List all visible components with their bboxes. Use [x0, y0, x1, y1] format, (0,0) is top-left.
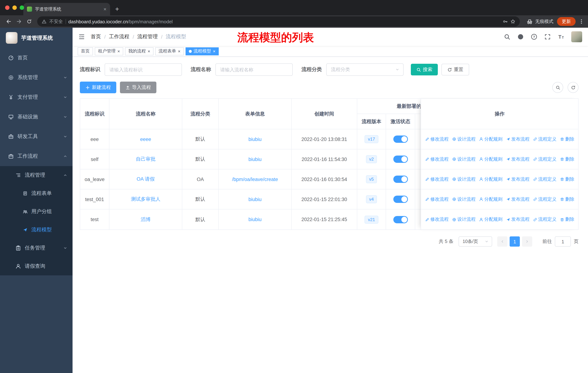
sidebar-item-infrastructure[interactable]: 基础设施 [0, 107, 73, 127]
form-link[interactable]: /bpm/oa/leave/create [232, 176, 278, 182]
close-icon[interactable]: × [178, 49, 180, 53]
address-bar[interactable]: 不安全 dashboard.yudao.iocoder.cn/bpm/manag… [37, 16, 520, 27]
browser-update-button[interactable]: 更新 [557, 17, 576, 26]
sidebar-item-workflow[interactable]: 工作流程 [0, 146, 73, 166]
action-publish-model[interactable]: 发布流程 [506, 156, 529, 162]
action-delete-model[interactable]: 删除 [560, 176, 574, 182]
tag-tenant[interactable]: 租户管理× [95, 47, 123, 55]
action-edit-model[interactable]: 修改流程 [425, 136, 449, 142]
action-assign-rule[interactable]: 分配规则 [479, 176, 503, 182]
prev-page-button[interactable] [497, 236, 507, 247]
action-process-definition[interactable]: 流程定义 [533, 196, 556, 202]
action-delete-model[interactable]: 删除 [560, 136, 574, 142]
sidebar-item-task-management[interactable]: 任务管理 [0, 239, 73, 257]
forward-button[interactable] [14, 16, 24, 27]
form-link[interactable]: biubiu [248, 217, 262, 222]
tag-home[interactable]: 首页 [78, 47, 93, 55]
goto-page-input[interactable] [555, 236, 571, 247]
active-toggle[interactable] [393, 156, 408, 163]
breadcrumb-workflow[interactable]: 工作流程 [109, 33, 129, 40]
close-icon[interactable]: × [148, 49, 150, 53]
action-design-model[interactable]: 设计流程 [452, 216, 475, 222]
action-design-model[interactable]: 设计流程 [452, 176, 475, 182]
back-button[interactable] [4, 16, 14, 27]
action-design-model[interactable]: 设计流程 [452, 136, 475, 142]
new-tab-button[interactable]: + [115, 6, 119, 12]
model-name-link[interactable]: 自己审批 [136, 156, 156, 162]
font-size-button[interactable] [558, 33, 564, 40]
action-design-model[interactable]: 设计流程 [452, 156, 475, 162]
action-process-definition[interactable]: 流程定义 [533, 136, 556, 142]
model-name-link[interactable]: 滔博 [141, 216, 151, 223]
model-name-link[interactable]: OA 请假 [136, 176, 155, 182]
sidebar-item-process-management[interactable]: 流程管理 [0, 166, 73, 184]
active-toggle[interactable] [393, 135, 408, 143]
action-assign-rule[interactable]: 分配规则 [479, 196, 503, 202]
action-edit-model[interactable]: 修改流程 [425, 196, 449, 202]
sidebar-item-process-model[interactable]: 流程模型 [0, 221, 73, 239]
show-search-button[interactable] [552, 82, 563, 93]
close-icon[interactable]: × [213, 49, 215, 53]
action-process-definition[interactable]: 流程定义 [533, 156, 556, 162]
tab-close-icon[interactable]: × [104, 7, 106, 12]
sidebar-collapse-button[interactable] [78, 33, 85, 40]
form-link[interactable]: biubiu [248, 136, 262, 142]
model-name-input[interactable] [215, 63, 293, 76]
zoom-window-button[interactable] [20, 5, 24, 10]
action-assign-rule[interactable]: 分配规则 [479, 156, 503, 162]
minimize-window-button[interactable] [12, 5, 17, 10]
sidebar-item-devtools[interactable]: 研发工具 [0, 127, 73, 146]
fullscreen-button[interactable] [544, 33, 551, 40]
form-link[interactable]: biubiu [248, 197, 262, 202]
action-process-definition[interactable]: 流程定义 [533, 176, 556, 182]
page-number-current[interactable]: 1 [510, 236, 520, 247]
action-delete-model[interactable]: 删除 [560, 196, 574, 202]
sidebar-item-process-form[interactable]: 流程表单 [0, 184, 73, 202]
page-size-select[interactable]: 10条/页 [459, 236, 492, 247]
action-design-model[interactable]: 设计流程 [452, 196, 475, 202]
bookmark-star-button[interactable] [510, 19, 515, 24]
action-publish-model[interactable]: 发布流程 [506, 216, 529, 222]
browser-tab[interactable]: 芋道管理系统 × [23, 3, 110, 15]
action-assign-rule[interactable]: 分配规则 [479, 136, 503, 142]
tag-process-model[interactable]: 流程模型× [186, 47, 219, 55]
form-link[interactable]: biubiu [248, 156, 262, 162]
model-name-link[interactable]: 测试多审批人 [131, 196, 160, 202]
sidebar-item-system[interactable]: 系统管理 [0, 68, 73, 87]
action-delete-model[interactable]: 删除 [560, 216, 574, 222]
action-assign-rule[interactable]: 分配规则 [479, 216, 503, 222]
header-search-button[interactable] [504, 33, 510, 40]
category-select[interactable]: 流程分类 [326, 63, 404, 76]
breadcrumb-process-management[interactable]: 流程管理 [137, 33, 158, 40]
model-id-input[interactable] [105, 63, 182, 76]
user-avatar[interactable] [571, 31, 582, 42]
reset-button[interactable]: 重置 [441, 64, 469, 75]
action-edit-model[interactable]: 修改流程 [425, 216, 449, 222]
close-icon[interactable]: × [117, 49, 120, 53]
action-edit-model[interactable]: 修改流程 [425, 176, 449, 182]
sidebar-item-home[interactable]: 首页 [0, 48, 73, 68]
close-window-button[interactable] [5, 5, 10, 10]
refresh-table-button[interactable] [567, 82, 578, 93]
browser-menu-button[interactable] [578, 19, 584, 24]
model-name-link[interactable]: eeee [140, 136, 151, 142]
sidebar-item-user-group[interactable]: 用户分组 [0, 202, 73, 221]
sidebar-item-payment[interactable]: 支付管理 [0, 87, 73, 107]
reload-button[interactable] [24, 16, 34, 27]
create-model-button[interactable]: 新建流程 [80, 81, 116, 93]
breadcrumb-home[interactable]: 首页 [91, 33, 101, 40]
tag-my-process[interactable]: 我的流程× [125, 47, 153, 55]
sidebar-item-leave-query[interactable]: 请假查询 [0, 257, 73, 275]
app-logo[interactable]: 芋道管理系统 [0, 28, 73, 48]
active-toggle[interactable] [393, 216, 408, 223]
action-process-definition[interactable]: 流程定义 [533, 216, 556, 222]
tag-process-form[interactable]: 流程表单× [155, 47, 184, 55]
active-toggle[interactable] [393, 196, 408, 203]
github-link[interactable] [517, 33, 524, 40]
action-publish-model[interactable]: 发布流程 [506, 176, 529, 182]
action-publish-model[interactable]: 发布流程 [506, 196, 529, 202]
search-button[interactable]: 搜索 [411, 64, 438, 75]
import-model-button[interactable]: 导入流程 [120, 81, 156, 93]
action-edit-model[interactable]: 修改流程 [425, 156, 449, 162]
action-publish-model[interactable]: 发布流程 [506, 136, 529, 142]
